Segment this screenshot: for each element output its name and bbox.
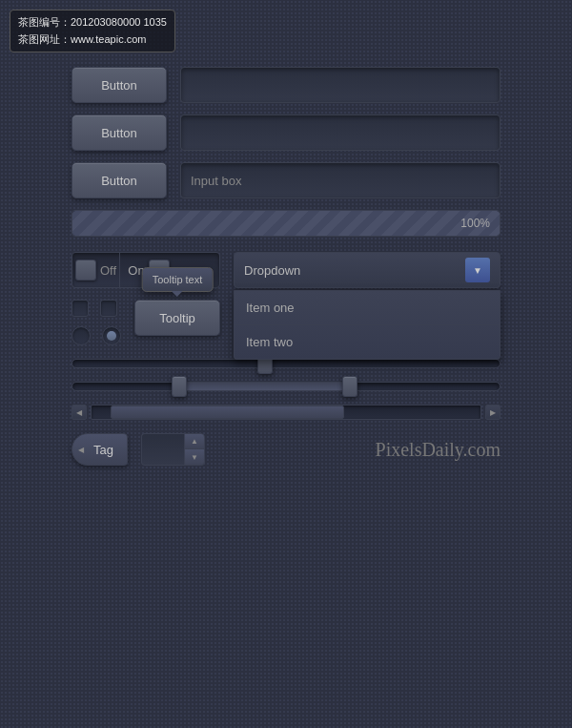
- slider-section-range: [72, 382, 500, 391]
- progress-label: 100%: [460, 217, 490, 230]
- scrollbar-track[interactable]: [91, 405, 481, 420]
- controls-area: Off On: [72, 252, 500, 345]
- spinner-up-button[interactable]: ▲: [184, 433, 205, 449]
- checkbox-tooltip-row: Tooltip text Tooltip: [72, 300, 220, 345]
- input-field-2[interactable]: [180, 114, 500, 151]
- tooltip-wrapper: Tooltip text Tooltip: [134, 300, 220, 336]
- ui-container: Button Button Button 100% Off: [72, 67, 500, 466]
- slider-section-single: [72, 359, 500, 368]
- toggle-off-label: Off: [100, 263, 116, 278]
- checkbox-1[interactable]: [72, 300, 89, 317]
- watermark-line1: 茶图编号：201203080000 1035: [18, 14, 167, 31]
- brand-name: PixelsDaily: [376, 439, 463, 460]
- watermark: 茶图编号：201203080000 1035 茶图网址：www.teapic.c…: [10, 10, 175, 52]
- scroll-right-icon: ▶: [490, 408, 496, 417]
- progress-section: 100%: [72, 210, 500, 237]
- checkbox-2[interactable]: [100, 300, 117, 317]
- input-field-1[interactable]: [180, 67, 500, 103]
- progress-bar: 100%: [72, 210, 500, 237]
- input-field-3[interactable]: [180, 162, 500, 198]
- button-3[interactable]: Button: [72, 162, 167, 198]
- spinner-down-button[interactable]: ▼: [184, 449, 205, 466]
- slider-thumb-range-right[interactable]: [342, 376, 358, 397]
- dropdown-label: Dropdown: [244, 263, 300, 278]
- tooltip-button[interactable]: Tooltip: [134, 300, 220, 336]
- spinner-container: 123 ▲ ▼: [141, 433, 205, 466]
- right-controls: Dropdown ▼ Item one Item two: [234, 252, 500, 288]
- spinner-down-icon: ▼: [191, 453, 198, 462]
- progress-fill: [72, 211, 500, 236]
- button-row-3: Button: [72, 162, 500, 198]
- scrollbar-thumb[interactable]: [111, 406, 344, 419]
- dropdown-container: Dropdown ▼ Item one Item two: [234, 252, 500, 288]
- scrollbar-right-arrow[interactable]: ▶: [485, 405, 500, 420]
- button-2[interactable]: Button: [72, 114, 167, 151]
- toggle-off[interactable]: Off: [72, 253, 120, 287]
- radio-row: [72, 326, 121, 345]
- dropdown-menu: Item one Item two: [234, 290, 500, 360]
- tooltip-bubble: Tooltip text: [142, 267, 214, 292]
- spinner-arrows: ▲ ▼: [184, 433, 205, 466]
- checkbox-row: [72, 300, 121, 317]
- scrollbar-left-arrow[interactable]: ◀: [72, 405, 87, 420]
- slider-thumb-range-left[interactable]: [172, 376, 187, 397]
- spinner-up-icon: ▲: [191, 437, 198, 446]
- left-controls: Off On: [72, 252, 220, 345]
- radio-1[interactable]: [72, 326, 91, 345]
- slider-track-single: [72, 359, 500, 368]
- button-row-1: Button: [72, 67, 500, 103]
- spinner-input[interactable]: 123: [141, 433, 184, 466]
- dropdown-button[interactable]: Dropdown ▼: [234, 252, 500, 288]
- radio-2[interactable]: [102, 326, 121, 345]
- dropdown-item-2[interactable]: Item two: [235, 325, 500, 359]
- watermark-line2: 茶图网址：www.teapic.com: [18, 31, 167, 49]
- button-1[interactable]: Button: [72, 67, 167, 103]
- tag-button[interactable]: Tag: [72, 433, 128, 466]
- slider-range-track: [72, 382, 500, 391]
- toggle-knob-off: [75, 260, 96, 281]
- dropdown-item-1[interactable]: Item one: [235, 291, 500, 325]
- scrollbar-section: ◀ ▶: [72, 405, 500, 420]
- dropdown-arrow-icon: ▼: [465, 258, 490, 282]
- slider-range-fill: [179, 383, 350, 390]
- button-row-2: Button: [72, 114, 500, 151]
- scroll-left-icon: ◀: [76, 408, 82, 417]
- bottom-row: Tag 123 ▲ ▼ PixelsDaily.com: [72, 433, 500, 466]
- brand-suffix: .com: [463, 439, 500, 460]
- checkbox-radio-group: [72, 300, 121, 345]
- brand: PixelsDaily.com: [376, 439, 500, 461]
